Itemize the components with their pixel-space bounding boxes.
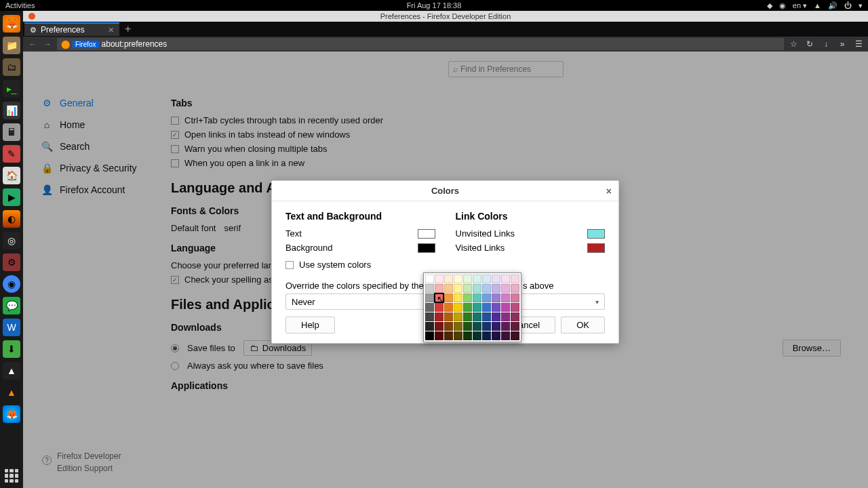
color-cell[interactable] <box>501 303 510 312</box>
color-cell[interactable] <box>435 331 443 340</box>
color-cell[interactable] <box>425 274 434 283</box>
color-cell[interactable] <box>501 312 510 321</box>
tab-preferences[interactable]: ⚙ Preferences × <box>24 22 119 36</box>
overflow-icon[interactable]: » <box>837 39 848 49</box>
color-cell[interactable] <box>454 331 462 340</box>
color-cell[interactable] <box>435 312 443 321</box>
color-cell[interactable] <box>435 284 443 293</box>
dock-apps-grid-icon[interactable] <box>5 469 18 483</box>
color-cell[interactable] <box>473 322 481 331</box>
dock-calc-icon[interactable]: 🖩 <box>3 123 20 141</box>
color-cell[interactable] <box>511 284 519 293</box>
bookmark-star-icon[interactable]: ☆ <box>788 39 799 49</box>
color-cell[interactable] <box>435 303 443 312</box>
color-cell[interactable] <box>492 312 500 321</box>
color-cell[interactable] <box>482 274 491 283</box>
color-cell[interactable] <box>425 331 434 340</box>
color-cell[interactable] <box>482 331 491 340</box>
color-cell[interactable] <box>473 274 481 283</box>
dock-files2-icon[interactable]: 🗂 <box>3 58 20 76</box>
dock-monitor-icon[interactable]: 📊 <box>3 102 20 119</box>
menu-icon[interactable]: ☰ <box>853 39 864 49</box>
color-cell[interactable] <box>454 322 462 331</box>
visited-color-swatch[interactable] <box>587 243 605 253</box>
color-cell[interactable] <box>492 293 500 302</box>
color-cell[interactable] <box>425 312 434 321</box>
color-cell[interactable] <box>473 284 481 293</box>
color-cell[interactable] <box>511 293 519 302</box>
downloads-icon[interactable]: ↓ <box>821 39 831 49</box>
back-button[interactable]: ← <box>27 39 38 49</box>
dialog-close-icon[interactable]: × <box>606 186 612 197</box>
color-cell[interactable] <box>492 331 500 340</box>
color-cell[interactable] <box>425 284 434 293</box>
dock-vlc-icon[interactable]: ▲ <box>3 384 20 401</box>
color-cell[interactable] <box>511 303 519 312</box>
color-cell[interactable] <box>482 303 491 312</box>
url-input[interactable]: ⬤ Firefox about:preferences <box>57 38 784 50</box>
color-cell[interactable] <box>444 331 453 340</box>
dock-editor-icon[interactable]: ✎ <box>3 145 20 163</box>
color-cell[interactable] <box>511 312 519 321</box>
dock-firefox-icon[interactable]: 🦊 <box>3 15 20 33</box>
color-cell[interactable] <box>454 293 462 302</box>
color-cell[interactable] <box>463 274 472 283</box>
dock-app-icon[interactable]: ▶ <box>3 188 20 206</box>
color-cell[interactable] <box>425 322 434 331</box>
text-color-swatch[interactable] <box>418 229 435 239</box>
color-cell[interactable] <box>435 293 443 302</box>
color-cell[interactable] <box>501 284 510 293</box>
color-cell[interactable] <box>501 331 510 340</box>
color-cell[interactable] <box>444 293 453 302</box>
dock-app-icon[interactable]: ⬇ <box>3 340 20 358</box>
dock-gear-icon[interactable]: ⚙ <box>3 253 20 271</box>
bg-color-swatch[interactable] <box>418 243 435 253</box>
refresh-icon[interactable]: ↻ <box>804 39 815 49</box>
color-cell[interactable] <box>473 312 481 321</box>
lang-indicator[interactable]: en ▾ <box>793 1 807 10</box>
color-cell[interactable] <box>482 284 491 293</box>
dock-home-icon[interactable]: 🏠 <box>3 167 20 184</box>
color-cell[interactable] <box>444 322 453 331</box>
color-cell[interactable] <box>501 293 510 302</box>
color-cell[interactable] <box>492 274 500 283</box>
dock-app-icon[interactable]: ◐ <box>3 210 20 228</box>
dock-app-icon[interactable]: 💬 <box>3 297 20 314</box>
help-button[interactable]: Help <box>285 317 335 333</box>
color-cell[interactable] <box>435 322 443 331</box>
color-cell[interactable] <box>444 303 453 312</box>
tray-icon[interactable]: ◆ <box>767 1 772 10</box>
color-cell[interactable] <box>501 322 510 331</box>
network-icon[interactable]: ▲ <box>814 1 821 9</box>
color-cell[interactable] <box>482 293 491 302</box>
color-cell[interactable] <box>425 293 434 302</box>
color-cell[interactable] <box>454 303 462 312</box>
dock-firefox-dev-icon[interactable]: 🦊 <box>3 405 20 423</box>
color-cell[interactable] <box>511 274 519 283</box>
color-cell[interactable] <box>463 312 472 321</box>
color-cell[interactable] <box>444 312 453 321</box>
tray-icon[interactable]: ◉ <box>779 1 786 10</box>
color-cell[interactable] <box>463 322 472 331</box>
new-tab-button[interactable]: + <box>119 23 136 35</box>
color-cell[interactable] <box>425 303 434 312</box>
color-cell[interactable] <box>482 312 491 321</box>
dock-terminal-icon[interactable]: ▸_ <box>3 80 20 98</box>
color-cell[interactable] <box>511 331 519 340</box>
color-cell[interactable] <box>444 284 453 293</box>
color-cell[interactable] <box>473 331 481 340</box>
volume-icon[interactable]: 🔊 <box>828 1 837 10</box>
color-cell[interactable] <box>492 322 500 331</box>
color-cell[interactable] <box>454 274 462 283</box>
color-cell[interactable] <box>463 293 472 302</box>
dock-files-icon[interactable]: 📁 <box>3 37 20 54</box>
dock-chromium-icon[interactable]: ◉ <box>3 275 20 293</box>
dock-writer-icon[interactable]: W <box>3 319 20 336</box>
tab-close-icon[interactable]: × <box>108 24 114 35</box>
dock-obs-icon[interactable]: ◎ <box>3 232 20 249</box>
ok-button[interactable]: OK <box>561 317 605 333</box>
color-cell[interactable] <box>482 322 491 331</box>
window-close-button[interactable] <box>28 13 35 20</box>
color-cell[interactable] <box>454 312 462 321</box>
dock-app-icon[interactable]: ▲ <box>3 362 20 380</box>
